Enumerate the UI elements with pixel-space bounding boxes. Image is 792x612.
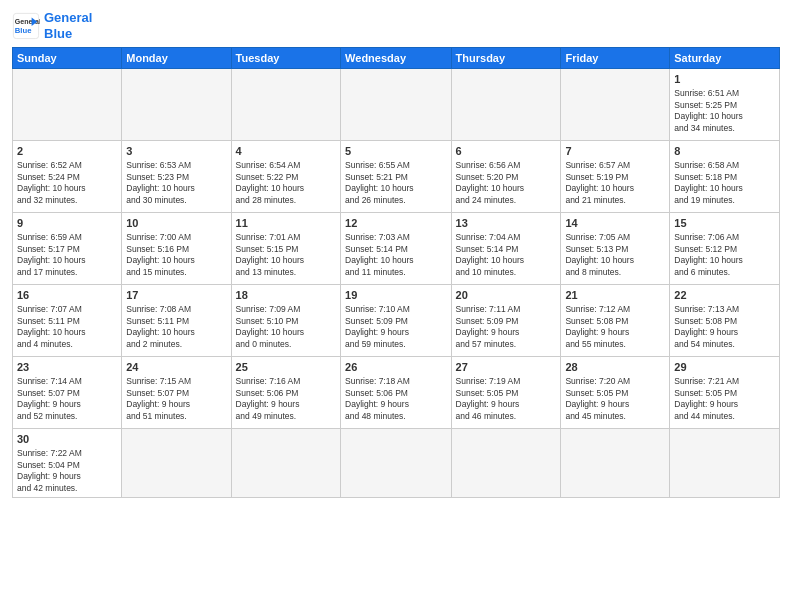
- calendar-week-row: 2Sunrise: 6:52 AM Sunset: 5:24 PM Daylig…: [13, 141, 780, 213]
- day-number: 18: [236, 288, 336, 302]
- calendar-week-row: 16Sunrise: 7:07 AM Sunset: 5:11 PM Dayli…: [13, 285, 780, 357]
- day-number: 3: [126, 144, 226, 158]
- day-number: 24: [126, 360, 226, 374]
- day-number: 7: [565, 144, 665, 158]
- day-number: 9: [17, 216, 117, 230]
- calendar-cell: 3Sunrise: 6:53 AM Sunset: 5:23 PM Daylig…: [122, 141, 231, 213]
- day-info: Sunrise: 7:07 AM Sunset: 5:11 PM Dayligh…: [17, 304, 117, 350]
- day-info: Sunrise: 7:12 AM Sunset: 5:08 PM Dayligh…: [565, 304, 665, 350]
- day-info: Sunrise: 7:13 AM Sunset: 5:08 PM Dayligh…: [674, 304, 775, 350]
- day-info: Sunrise: 7:19 AM Sunset: 5:05 PM Dayligh…: [456, 376, 557, 422]
- day-info: Sunrise: 6:55 AM Sunset: 5:21 PM Dayligh…: [345, 160, 446, 206]
- logo: General Blue General Blue: [12, 10, 92, 41]
- day-number: 28: [565, 360, 665, 374]
- day-number: 16: [17, 288, 117, 302]
- calendar-cell: [13, 69, 122, 141]
- day-info: Sunrise: 6:51 AM Sunset: 5:25 PM Dayligh…: [674, 88, 775, 134]
- weekday-header-thursday: Thursday: [451, 48, 561, 69]
- calendar-cell: 11Sunrise: 7:01 AM Sunset: 5:15 PM Dayli…: [231, 213, 340, 285]
- calendar-cell: [122, 69, 231, 141]
- day-info: Sunrise: 7:11 AM Sunset: 5:09 PM Dayligh…: [456, 304, 557, 350]
- calendar-cell: [561, 69, 670, 141]
- day-number: 23: [17, 360, 117, 374]
- day-number: 10: [126, 216, 226, 230]
- day-info: Sunrise: 7:04 AM Sunset: 5:14 PM Dayligh…: [456, 232, 557, 278]
- day-info: Sunrise: 7:15 AM Sunset: 5:07 PM Dayligh…: [126, 376, 226, 422]
- weekday-header-friday: Friday: [561, 48, 670, 69]
- calendar-table: SundayMondayTuesdayWednesdayThursdayFrid…: [12, 47, 780, 498]
- day-info: Sunrise: 7:16 AM Sunset: 5:06 PM Dayligh…: [236, 376, 336, 422]
- calendar-cell: 1Sunrise: 6:51 AM Sunset: 5:25 PM Daylig…: [670, 69, 780, 141]
- day-info: Sunrise: 6:52 AM Sunset: 5:24 PM Dayligh…: [17, 160, 117, 206]
- calendar-cell: 6Sunrise: 6:56 AM Sunset: 5:20 PM Daylig…: [451, 141, 561, 213]
- calendar-cell: 5Sunrise: 6:55 AM Sunset: 5:21 PM Daylig…: [341, 141, 451, 213]
- day-info: Sunrise: 7:09 AM Sunset: 5:10 PM Dayligh…: [236, 304, 336, 350]
- day-number: 11: [236, 216, 336, 230]
- calendar-cell: 29Sunrise: 7:21 AM Sunset: 5:05 PM Dayli…: [670, 357, 780, 429]
- calendar-cell: [451, 429, 561, 498]
- day-number: 19: [345, 288, 446, 302]
- day-number: 21: [565, 288, 665, 302]
- day-number: 17: [126, 288, 226, 302]
- calendar-cell: [341, 69, 451, 141]
- calendar-cell: 24Sunrise: 7:15 AM Sunset: 5:07 PM Dayli…: [122, 357, 231, 429]
- weekday-header-wednesday: Wednesday: [341, 48, 451, 69]
- calendar-cell: 14Sunrise: 7:05 AM Sunset: 5:13 PM Dayli…: [561, 213, 670, 285]
- day-info: Sunrise: 7:20 AM Sunset: 5:05 PM Dayligh…: [565, 376, 665, 422]
- day-info: Sunrise: 7:00 AM Sunset: 5:16 PM Dayligh…: [126, 232, 226, 278]
- calendar-cell: [231, 429, 340, 498]
- svg-text:Blue: Blue: [15, 26, 32, 35]
- calendar-cell: 10Sunrise: 7:00 AM Sunset: 5:16 PM Dayli…: [122, 213, 231, 285]
- day-info: Sunrise: 6:54 AM Sunset: 5:22 PM Dayligh…: [236, 160, 336, 206]
- day-number: 26: [345, 360, 446, 374]
- calendar-cell: 15Sunrise: 7:06 AM Sunset: 5:12 PM Dayli…: [670, 213, 780, 285]
- calendar-week-row: 30Sunrise: 7:22 AM Sunset: 5:04 PM Dayli…: [13, 429, 780, 498]
- weekday-header-monday: Monday: [122, 48, 231, 69]
- calendar-cell: [670, 429, 780, 498]
- day-number: 14: [565, 216, 665, 230]
- day-number: 20: [456, 288, 557, 302]
- calendar-cell: 23Sunrise: 7:14 AM Sunset: 5:07 PM Dayli…: [13, 357, 122, 429]
- calendar-cell: 9Sunrise: 6:59 AM Sunset: 5:17 PM Daylig…: [13, 213, 122, 285]
- calendar-cell: 4Sunrise: 6:54 AM Sunset: 5:22 PM Daylig…: [231, 141, 340, 213]
- day-number: 4: [236, 144, 336, 158]
- day-number: 8: [674, 144, 775, 158]
- day-number: 1: [674, 72, 775, 86]
- day-info: Sunrise: 7:14 AM Sunset: 5:07 PM Dayligh…: [17, 376, 117, 422]
- calendar-cell: [341, 429, 451, 498]
- day-number: 27: [456, 360, 557, 374]
- day-info: Sunrise: 6:56 AM Sunset: 5:20 PM Dayligh…: [456, 160, 557, 206]
- calendar-cell: 12Sunrise: 7:03 AM Sunset: 5:14 PM Dayli…: [341, 213, 451, 285]
- day-info: Sunrise: 6:58 AM Sunset: 5:18 PM Dayligh…: [674, 160, 775, 206]
- logo-general: General: [44, 10, 92, 25]
- day-number: 6: [456, 144, 557, 158]
- logo-text: General Blue: [44, 10, 92, 41]
- calendar-cell: 8Sunrise: 6:58 AM Sunset: 5:18 PM Daylig…: [670, 141, 780, 213]
- calendar-week-row: 1Sunrise: 6:51 AM Sunset: 5:25 PM Daylig…: [13, 69, 780, 141]
- calendar-cell: 7Sunrise: 6:57 AM Sunset: 5:19 PM Daylig…: [561, 141, 670, 213]
- calendar-cell: 2Sunrise: 6:52 AM Sunset: 5:24 PM Daylig…: [13, 141, 122, 213]
- calendar-week-row: 9Sunrise: 6:59 AM Sunset: 5:17 PM Daylig…: [13, 213, 780, 285]
- day-info: Sunrise: 6:57 AM Sunset: 5:19 PM Dayligh…: [565, 160, 665, 206]
- calendar-cell: [231, 69, 340, 141]
- calendar-cell: [122, 429, 231, 498]
- day-number: 12: [345, 216, 446, 230]
- day-info: Sunrise: 6:53 AM Sunset: 5:23 PM Dayligh…: [126, 160, 226, 206]
- header: General Blue General Blue: [12, 10, 780, 41]
- day-number: 29: [674, 360, 775, 374]
- day-info: Sunrise: 7:03 AM Sunset: 5:14 PM Dayligh…: [345, 232, 446, 278]
- calendar-cell: 30Sunrise: 7:22 AM Sunset: 5:04 PM Dayli…: [13, 429, 122, 498]
- day-number: 2: [17, 144, 117, 158]
- page: General Blue General Blue SundayMondayTu…: [0, 0, 792, 612]
- logo-icon: General Blue: [12, 12, 40, 40]
- calendar-cell: 27Sunrise: 7:19 AM Sunset: 5:05 PM Dayli…: [451, 357, 561, 429]
- calendar-week-row: 23Sunrise: 7:14 AM Sunset: 5:07 PM Dayli…: [13, 357, 780, 429]
- calendar-cell: 25Sunrise: 7:16 AM Sunset: 5:06 PM Dayli…: [231, 357, 340, 429]
- day-number: 22: [674, 288, 775, 302]
- day-info: Sunrise: 7:10 AM Sunset: 5:09 PM Dayligh…: [345, 304, 446, 350]
- calendar-cell: 21Sunrise: 7:12 AM Sunset: 5:08 PM Dayli…: [561, 285, 670, 357]
- calendar-cell: 18Sunrise: 7:09 AM Sunset: 5:10 PM Dayli…: [231, 285, 340, 357]
- day-info: Sunrise: 6:59 AM Sunset: 5:17 PM Dayligh…: [17, 232, 117, 278]
- calendar-cell: 17Sunrise: 7:08 AM Sunset: 5:11 PM Dayli…: [122, 285, 231, 357]
- calendar-cell: 26Sunrise: 7:18 AM Sunset: 5:06 PM Dayli…: [341, 357, 451, 429]
